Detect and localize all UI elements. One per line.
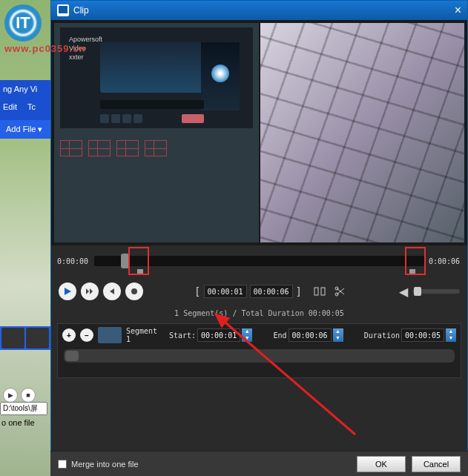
dialog-bottom-bar: Merge into one file OK Cancel — [50, 451, 468, 476]
clip-end-marker[interactable] — [409, 269, 415, 275]
timeline-end-label: 0:00:06 — [429, 257, 461, 265]
start-label: Start: — [169, 331, 196, 340]
segment-thumbnail — [98, 327, 122, 343]
titlebar: Clip × — [51, 1, 467, 20]
start-time-input[interactable] — [197, 328, 240, 342]
svg-rect-10 — [314, 288, 318, 295]
clip-dialog: Clip × ApowersoftVideoxxter 0:00:00 — [50, 0, 468, 476]
playhead[interactable] — [121, 254, 130, 268]
svg-point-9 — [131, 288, 137, 294]
segment-time-group: [ ] — [194, 284, 348, 299]
preview-original: ApowersoftVideoxxter — [54, 23, 259, 242]
volume-slider[interactable] — [412, 289, 460, 294]
bracket-open-icon[interactable]: [ — [194, 285, 200, 297]
segment-list: + − Segment 1 Start: ▲▼ End ▲▼ Duration … — [57, 323, 461, 378]
stop-button[interactable] — [125, 282, 143, 300]
svg-marker-7 — [90, 288, 93, 294]
merge-checkbox[interactable] — [58, 460, 67, 469]
end-label: End — [273, 331, 286, 340]
bg-merge-text: o one file — [0, 415, 50, 430]
preview-output — [260, 23, 465, 242]
svg-rect-11 — [321, 288, 325, 295]
remove-segment-button[interactable]: − — [80, 328, 93, 342]
svg-marker-5 — [65, 288, 71, 295]
segment-track[interactable] — [64, 349, 455, 363]
timeline: 0:00:00 0:00:06 — [51, 245, 467, 277]
bg-path-input[interactable] — [0, 402, 47, 415]
duration-label: Duration — [364, 331, 400, 340]
preview-area: ApowersoftVideoxxter — [51, 20, 467, 245]
bg-title: ng Any Vi — [0, 80, 50, 98]
timeline-start-label: 0:00:00 — [57, 257, 90, 265]
volume-icon[interactable]: ◀ — [399, 285, 408, 299]
clip-start-marker[interactable] — [137, 269, 143, 275]
end-time-input[interactable] — [289, 328, 332, 342]
ok-button[interactable]: OK — [357, 456, 406, 472]
svg-marker-8 — [110, 288, 114, 294]
play-button[interactable] — [59, 282, 76, 300]
timeline-track[interactable] — [94, 256, 424, 266]
add-segment-button[interactable]: + — [62, 328, 76, 342]
svg-marker-6 — [86, 288, 89, 294]
bg-thumbnails — [0, 326, 50, 350]
bg-menu-edit[interactable]: Edit — [3, 102, 17, 111]
start-stepper[interactable]: ▲▼ — [242, 328, 252, 342]
segment-start-input[interactable] — [204, 285, 247, 298]
cut-icon[interactable] — [333, 284, 348, 299]
prev-frame-button[interactable] — [103, 282, 121, 300]
duration-stepper[interactable]: ▲▼ — [446, 328, 456, 342]
bg-menu-tc[interactable]: Tc — [27, 102, 36, 111]
segment-name: Segment 1 — [126, 327, 165, 343]
segment-summary: 1 Segment(s) / Total Duration 00:00:05 — [51, 306, 467, 320]
close-icon[interactable]: × — [455, 4, 461, 17]
cancel-button[interactable]: Cancel — [412, 456, 461, 472]
bg-path-section: o one file — [0, 400, 50, 430]
watermark-url: www.pc0359.cn — [4, 43, 85, 54]
segment-end-input[interactable] — [250, 285, 293, 298]
volume-group: ◀ — [399, 285, 460, 299]
duration-input[interactable] — [401, 328, 444, 342]
add-file-button[interactable]: Add File ▾ — [0, 120, 50, 139]
bg-window: ng Any Vi Edit Tc Add File ▾ — [0, 80, 50, 139]
bracket-close-icon[interactable]: ] — [296, 285, 302, 297]
split-icon[interactable] — [312, 284, 327, 299]
merge-label: Merge into one file — [71, 460, 139, 469]
fast-forward-button[interactable] — [81, 282, 99, 300]
segment-row: + − Segment 1 Start: ▲▼ End ▲▼ Duration … — [58, 324, 461, 346]
end-stepper[interactable]: ▲▼ — [333, 328, 343, 342]
watermark: IT www.pc0359.cn — [4, 4, 85, 54]
playback-controls: [ ] ◀ — [51, 277, 467, 306]
watermark-logo: IT — [4, 4, 42, 42]
merge-checkbox-wrap[interactable]: Merge into one file — [58, 460, 139, 469]
